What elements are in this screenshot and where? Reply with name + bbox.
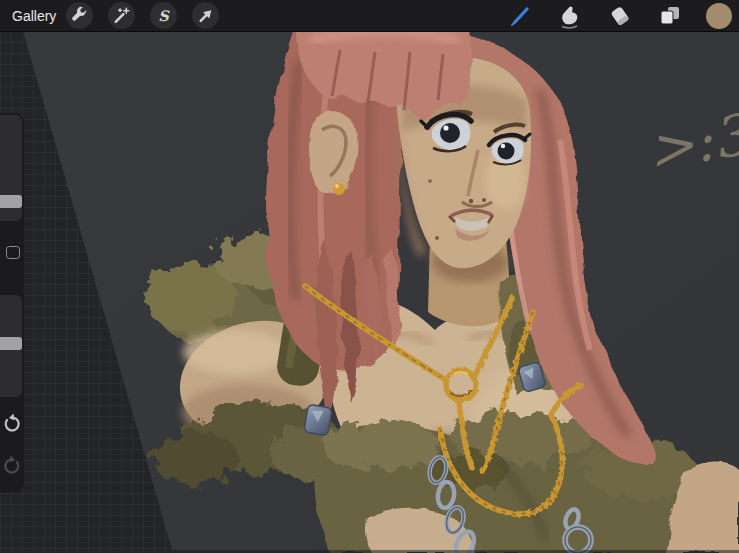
- redo-arrow-icon: [1, 455, 23, 477]
- layers-icon: [656, 2, 684, 30]
- selection-s-icon: S: [150, 2, 177, 30]
- transform-button[interactable]: [192, 2, 219, 29]
- brush-size-slider[interactable]: [0, 115, 22, 221]
- gallery-button[interactable]: Gallery: [0, 0, 66, 31]
- paint-tool-button[interactable]: [506, 2, 534, 30]
- smudge-tool-button[interactable]: [556, 2, 584, 30]
- layers-button[interactable]: [656, 2, 684, 30]
- drawing-canvas[interactable]: >:3: [0, 0, 739, 553]
- smudge-finger-icon: [556, 2, 584, 30]
- modify-button[interactable]: [6, 246, 20, 259]
- selection-button[interactable]: S: [150, 2, 177, 29]
- brush-size-handle[interactable]: [0, 195, 22, 208]
- wrench-icon: [66, 2, 93, 30]
- top-toolbar: Gallery S: [0, 0, 739, 32]
- undo-arrow-icon: [1, 413, 23, 435]
- undo-button[interactable]: [1, 413, 23, 435]
- erase-tool-button[interactable]: [606, 2, 634, 30]
- opacity-handle[interactable]: [0, 337, 22, 350]
- svg-text:S: S: [159, 7, 171, 24]
- gold-earring: [333, 183, 345, 195]
- adjustments-button[interactable]: [108, 2, 135, 29]
- redo-button[interactable]: [1, 455, 23, 477]
- opacity-slider[interactable]: [0, 295, 22, 397]
- procreate-window: >:3: [0, 0, 739, 553]
- brush-icon: [506, 2, 534, 30]
- color-swatch-circle[interactable]: [706, 3, 732, 29]
- actions-button[interactable]: [66, 2, 93, 29]
- transform-arrow-icon: [192, 2, 219, 30]
- sidebar: [0, 113, 24, 493]
- eraser-icon: [606, 2, 634, 30]
- magic-wand-icon: [108, 2, 135, 30]
